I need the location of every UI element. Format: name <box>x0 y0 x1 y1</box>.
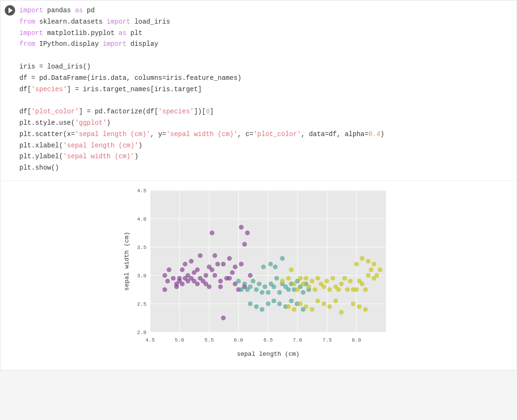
data-point <box>261 265 266 269</box>
data-point <box>363 287 368 292</box>
data-point <box>233 265 237 269</box>
y-tick: 2.0 <box>137 330 146 335</box>
data-point <box>277 301 282 306</box>
data-point <box>327 304 332 309</box>
data-point <box>248 284 253 289</box>
scatter-plot: 4.5 5.0 5.5 6.0 6.5 7.0 7.5 8.0 2.0 2.5 … <box>122 186 396 360</box>
data-point <box>230 270 235 275</box>
data-point <box>366 259 371 264</box>
data-point <box>203 273 208 278</box>
data-point <box>357 304 362 309</box>
y-axis-label: sepal width (cm) <box>123 232 130 291</box>
x-tick: 7.0 <box>293 337 302 343</box>
data-point <box>301 290 305 295</box>
data-point <box>322 284 326 289</box>
data-point <box>218 279 223 283</box>
data-point <box>374 273 379 278</box>
data-point <box>212 273 217 278</box>
data-point <box>286 304 291 309</box>
data-point <box>366 273 371 278</box>
data-point <box>304 304 308 309</box>
output-area: 4.5 5.0 5.5 6.0 6.5 7.0 7.5 8.0 2.0 2.5 … <box>0 180 517 370</box>
data-point <box>342 276 347 281</box>
data-point <box>271 299 276 303</box>
data-point <box>236 279 241 283</box>
data-point <box>248 273 253 278</box>
data-point <box>378 267 382 272</box>
data-point <box>336 287 341 292</box>
data-point <box>298 301 303 306</box>
data-point <box>280 256 285 261</box>
data-point <box>286 287 291 292</box>
data-point <box>251 279 255 283</box>
data-point <box>167 267 171 272</box>
x-tick: 5.5 <box>204 337 214 343</box>
data-point <box>310 307 314 312</box>
data-point <box>195 282 200 286</box>
data-point <box>245 231 250 235</box>
data-point <box>198 253 203 258</box>
data-point <box>289 267 294 272</box>
y-tick: 3.0 <box>137 273 146 279</box>
data-point <box>266 301 271 306</box>
data-point <box>207 284 212 289</box>
code-cell: import pandas as pd from sklearn.dataset… <box>0 0 517 370</box>
run-button[interactable] <box>5 5 15 16</box>
y-tick: 4.5 <box>137 188 146 194</box>
data-point <box>331 276 335 281</box>
data-point <box>257 282 262 286</box>
data-point <box>306 284 311 289</box>
data-point <box>360 256 364 261</box>
data-point <box>301 282 305 286</box>
data-point <box>221 262 226 266</box>
y-tick: 4.0 <box>137 216 146 222</box>
data-point <box>274 276 279 281</box>
data-point <box>254 304 259 309</box>
data-point <box>322 301 326 306</box>
run-button-area <box>0 0 19 16</box>
data-point <box>180 282 185 286</box>
data-point <box>339 310 344 315</box>
x-tick: 6.5 <box>263 337 273 343</box>
data-point <box>248 301 253 306</box>
data-point <box>292 307 297 312</box>
data-point <box>313 287 317 292</box>
data-point <box>239 287 244 292</box>
data-point <box>286 276 291 281</box>
data-point <box>289 299 294 303</box>
data-point <box>177 276 182 281</box>
data-point <box>242 282 247 286</box>
data-point <box>345 287 350 292</box>
data-point <box>218 284 223 289</box>
data-point <box>171 276 176 281</box>
data-point <box>304 276 308 281</box>
data-point <box>271 284 276 289</box>
data-point <box>254 287 259 292</box>
chart-svg: 4.5 5.0 5.5 6.0 6.5 7.0 7.5 8.0 2.0 2.5 … <box>122 186 396 360</box>
data-point <box>273 265 278 269</box>
data-point <box>292 282 297 286</box>
data-point <box>266 290 271 295</box>
data-point <box>165 279 170 283</box>
data-point <box>372 262 376 266</box>
data-point <box>195 267 200 272</box>
code-editor[interactable]: import pandas as pd from sklearn.dataset… <box>19 0 517 180</box>
data-point <box>183 262 187 266</box>
data-point <box>354 287 359 292</box>
x-tick: 8.0 <box>352 337 361 343</box>
data-point <box>227 256 232 261</box>
data-point <box>348 279 353 283</box>
data-point <box>227 276 232 281</box>
data-point <box>315 299 320 303</box>
data-point <box>180 267 185 272</box>
data-point <box>260 307 264 312</box>
y-tick: 3.5 <box>137 245 146 250</box>
data-point <box>327 287 332 292</box>
data-point <box>315 276 320 281</box>
data-point <box>298 276 303 281</box>
data-point <box>263 284 267 289</box>
data-point <box>339 282 344 286</box>
data-point <box>363 307 368 312</box>
x-tick: 7.5 <box>322 337 332 343</box>
data-point <box>239 225 244 230</box>
